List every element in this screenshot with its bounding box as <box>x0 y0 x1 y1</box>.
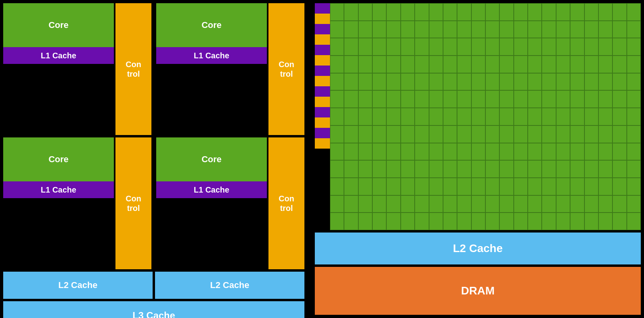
gpu-core-cell <box>372 56 386 73</box>
gpu-core-cell <box>471 73 485 91</box>
gpu-core-cell <box>598 160 612 178</box>
gpu-core-cell <box>401 160 415 178</box>
gpu-core-cell <box>514 213 528 230</box>
gpu-core-cell <box>471 125 485 143</box>
gpu-core-cell <box>344 178 358 195</box>
gpu-core-cell <box>528 213 542 230</box>
gpu-core-cell <box>386 213 400 230</box>
core-3-block: Core L1 Cache <box>3 137 114 269</box>
gpu-core-cell <box>584 56 598 73</box>
gpu-core-cell <box>612 38 626 56</box>
gpu-core-cell <box>471 160 485 178</box>
gpu-core-cell <box>570 56 584 73</box>
gpu-core-cell <box>386 195 400 213</box>
gpu-core-cell <box>457 73 471 91</box>
gpu-core-cell <box>514 56 528 73</box>
gpu-core-cell <box>429 90 443 108</box>
gpu-dram-label: DRAM <box>461 284 495 297</box>
gpu-core-cell <box>415 213 429 230</box>
gpu-core-cell <box>542 143 556 161</box>
gpu-core-cell <box>612 56 626 73</box>
gpu-core-cell <box>627 213 641 230</box>
l2-cache-2: L2 Cache <box>155 272 304 299</box>
gpu-core-cell <box>386 178 400 195</box>
gpu-core-cell <box>471 108 485 125</box>
control-2: Control <box>268 3 304 135</box>
gpu-core-cell <box>528 108 542 125</box>
gpu-core-cell <box>612 73 626 91</box>
gpu-core-cell <box>542 21 556 38</box>
gpu-core-cell <box>330 108 344 125</box>
gpu-core-cell <box>443 21 457 38</box>
gpu-core-cell <box>570 178 584 195</box>
gpu-core-cell <box>386 38 400 56</box>
gpu-core-cell <box>612 213 626 230</box>
gpu-core-cell <box>598 21 612 38</box>
gpu-core-cell <box>499 178 513 195</box>
gpu-core-cell <box>485 143 499 161</box>
gpu-core-cell <box>584 195 598 213</box>
gpu-core-cell <box>401 21 415 38</box>
gpu-core-cell <box>386 143 400 161</box>
gpu-core-cell <box>415 21 429 38</box>
gpu-core-cell <box>443 143 457 161</box>
gpu-core-cell <box>457 143 471 161</box>
gpu-core-cell <box>457 56 471 73</box>
gpu-core-cell <box>401 108 415 125</box>
gpu-core-cell <box>372 160 386 178</box>
gpu-core-cell <box>542 178 556 195</box>
gpu-core-cell <box>514 3 528 21</box>
gpu-core-cell <box>344 125 358 143</box>
l2-cache-2-label: L2 Cache <box>210 280 249 290</box>
gpu-core-cell <box>570 90 584 108</box>
gpu-core-cell <box>556 108 570 125</box>
gpu-core-cell <box>528 160 542 178</box>
gpu-core-cell <box>443 178 457 195</box>
gpu-core-cell <box>542 56 556 73</box>
gpu-core-cell <box>612 125 626 143</box>
gpu-core-cell <box>485 73 499 91</box>
gpu-core-cell <box>612 21 626 38</box>
gpu-core-cell <box>401 38 415 56</box>
gpu-core-cell <box>598 143 612 161</box>
l1-cache-3-label: L1 Cache <box>41 185 76 195</box>
core-4-block: Core L1 Cache <box>156 137 267 269</box>
gpu-core-cell <box>457 3 471 21</box>
gpu-core-cell <box>612 178 626 195</box>
gpu-core-cell <box>514 160 528 178</box>
gpu-core-cell <box>330 160 344 178</box>
gpu-core-cell <box>415 108 429 125</box>
gpu-core-cell <box>556 38 570 56</box>
gpu-core-cell <box>556 125 570 143</box>
stripe-12 <box>315 117 330 128</box>
gpu-core-cell <box>471 38 485 56</box>
gpu-core-cell <box>344 38 358 56</box>
gpu-core-cell <box>443 38 457 56</box>
gpu-core-cell <box>372 73 386 91</box>
gpu-core-cell <box>499 143 513 161</box>
gpu-core-cell <box>372 108 386 125</box>
gpu-core-cell <box>457 195 471 213</box>
control-2-label: Control <box>279 60 294 79</box>
gpu-core-cell <box>528 56 542 73</box>
stripe-2 <box>315 14 330 24</box>
gpu-core-cell <box>386 56 400 73</box>
gpu-core-cell <box>514 178 528 195</box>
gpu-core-cell <box>584 21 598 38</box>
gpu-core-cell <box>528 38 542 56</box>
core-4: Core <box>156 137 267 181</box>
l3-cache-label: L3 Cache <box>133 310 175 318</box>
gpu-core-cell <box>457 108 471 125</box>
gpu-core-cell <box>443 73 457 91</box>
gpu-core-cell <box>372 195 386 213</box>
gpu-core-cell <box>372 90 386 108</box>
gpu-core-cell <box>598 195 612 213</box>
gpu-core-cell <box>401 143 415 161</box>
gpu-core-cell <box>570 213 584 230</box>
gpu-core-cell <box>556 213 570 230</box>
core-1: Core <box>3 3 114 47</box>
gpu-core-cell <box>386 90 400 108</box>
gpu-core-cell <box>627 178 641 195</box>
gpu-core-cell <box>330 38 344 56</box>
stripe-11 <box>315 107 330 117</box>
